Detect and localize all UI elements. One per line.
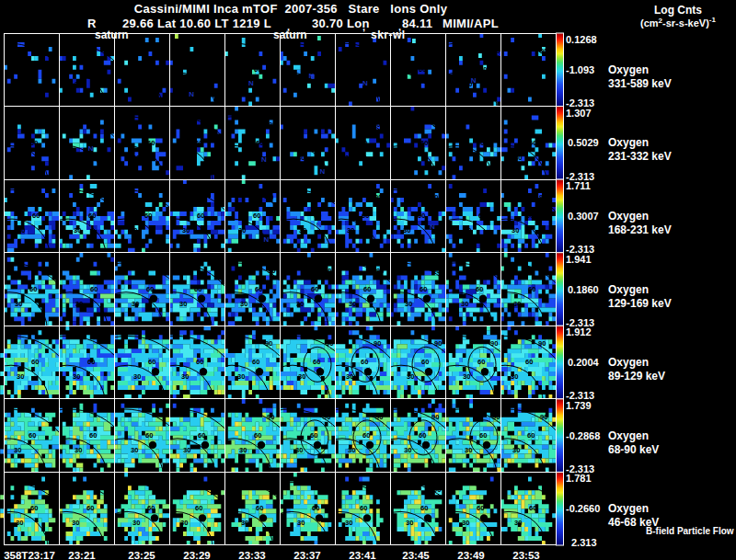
svg-text:90: 90: [490, 339, 498, 348]
svg-text:90: 90: [539, 193, 546, 201]
svg-text:60: 60: [477, 358, 485, 366]
svg-text:60: 60: [87, 358, 95, 366]
svg-text:30: 30: [75, 80, 82, 88]
svg-text:30: 30: [239, 446, 247, 454]
svg-text:MIMI/APL: MIMI/APL: [443, 17, 499, 30]
svg-text:30: 30: [17, 372, 24, 381]
svg-text:1.739: 1.739: [566, 400, 592, 411]
svg-text:30: 30: [298, 372, 305, 381]
svg-text:60: 60: [420, 504, 428, 512]
svg-text:60: 60: [312, 139, 319, 147]
svg-text:90: 90: [327, 193, 334, 201]
svg-text:90: 90: [540, 413, 547, 421]
svg-text:Oxygen: Oxygen: [608, 63, 649, 76]
svg-text:90: 90: [268, 267, 275, 275]
svg-text:1.781: 1.781: [566, 473, 592, 484]
svg-text:90: 90: [489, 486, 497, 494]
svg-text:60: 60: [421, 358, 429, 366]
svg-text:60: 60: [314, 211, 321, 220]
svg-text:23:25: 23:25: [128, 550, 155, 560]
svg-text:90: 90: [492, 47, 500, 55]
svg-text:60: 60: [255, 285, 262, 293]
svg-text:30: 30: [73, 372, 80, 381]
svg-text:60: 60: [194, 285, 201, 293]
svg-text:2.313: 2.313: [571, 537, 597, 548]
svg-text:90: 90: [375, 413, 383, 421]
svg-text:skr-wl: skr-wl: [371, 29, 406, 41]
svg-text:29.66 Lat 10.60 LT 1219 L: 29.66 Lat 10.60 LT 1219 L: [122, 17, 271, 30]
svg-text:30: 30: [512, 226, 519, 234]
svg-text:60: 60: [148, 358, 155, 366]
svg-text:60: 60: [360, 139, 367, 147]
svg-text:30: 30: [14, 446, 21, 454]
svg-text:60: 60: [362, 431, 370, 440]
svg-text:30: 30: [461, 300, 468, 308]
svg-text:60: 60: [90, 285, 98, 293]
svg-text:60: 60: [198, 431, 205, 440]
svg-text:30: 30: [183, 446, 190, 454]
svg-text:30: 30: [465, 446, 472, 454]
svg-text:60: 60: [479, 65, 487, 74]
svg-text:30: 30: [241, 519, 248, 527]
svg-text:30: 30: [296, 300, 304, 308]
svg-text:N: N: [248, 79, 254, 87]
svg-text:60: 60: [313, 358, 320, 366]
svg-text:60: 60: [145, 65, 153, 74]
svg-text:90: 90: [373, 486, 380, 494]
svg-text:90: 90: [325, 486, 332, 494]
svg-text:Oxygen: Oxygen: [608, 502, 649, 515]
svg-text:60: 60: [477, 504, 484, 512]
svg-text:0.5029: 0.5029: [568, 137, 599, 148]
svg-text:60: 60: [360, 504, 367, 512]
svg-text:0.2004: 0.2004: [568, 357, 600, 368]
svg-text:90: 90: [489, 267, 496, 275]
svg-text:60: 60: [529, 139, 536, 147]
svg-text:30: 30: [511, 372, 518, 381]
svg-text:30: 30: [131, 80, 138, 88]
svg-text:saturn: saturn: [95, 29, 129, 41]
svg-text:60: 60: [527, 65, 535, 74]
svg-text:60: 60: [196, 358, 203, 366]
svg-text:90: 90: [431, 193, 438, 201]
svg-text:90: 90: [267, 47, 274, 55]
svg-text:60: 60: [147, 504, 155, 512]
svg-text:N: N: [88, 144, 94, 153]
svg-text:30: 30: [180, 154, 188, 162]
svg-text:30: 30: [403, 226, 410, 234]
svg-text:90: 90: [538, 339, 546, 348]
svg-text:90: 90: [431, 47, 439, 55]
svg-text:30: 30: [512, 446, 520, 454]
svg-text:N: N: [308, 72, 314, 80]
svg-text:60: 60: [419, 431, 426, 440]
svg-text:30: 30: [72, 519, 79, 527]
svg-text:30: 30: [72, 154, 79, 162]
svg-text:N: N: [430, 223, 435, 231]
svg-text:90: 90: [265, 339, 272, 348]
svg-text:N: N: [189, 90, 194, 98]
svg-text:saturn: saturn: [273, 29, 307, 41]
svg-text:90: 90: [324, 267, 331, 275]
svg-text:90: 90: [269, 120, 276, 129]
svg-text:30: 30: [297, 154, 305, 162]
svg-text:30: 30: [132, 300, 139, 308]
svg-text:90: 90: [542, 486, 549, 494]
svg-text:-0.2660: -0.2660: [566, 503, 600, 514]
svg-text:1.307: 1.307: [566, 108, 592, 119]
svg-text:90: 90: [326, 339, 333, 348]
svg-text:30: 30: [16, 154, 23, 162]
svg-text:30: 30: [464, 226, 471, 234]
svg-text:,: ,: [362, 21, 365, 32]
svg-text:60: 60: [311, 285, 318, 293]
svg-text:30: 30: [182, 226, 190, 234]
svg-text:23:21: 23:21: [68, 550, 96, 560]
svg-text:30: 30: [295, 446, 303, 454]
svg-text:30: 30: [345, 519, 352, 527]
svg-text:60: 60: [477, 139, 484, 147]
svg-text:23:41: 23:41: [349, 550, 376, 560]
svg-text:30: 30: [405, 300, 412, 308]
svg-text:90: 90: [323, 47, 330, 55]
svg-text:N: N: [86, 223, 92, 231]
svg-text:30: 30: [14, 80, 21, 88]
svg-text:60: 60: [526, 211, 534, 220]
svg-text:N: N: [362, 79, 368, 87]
